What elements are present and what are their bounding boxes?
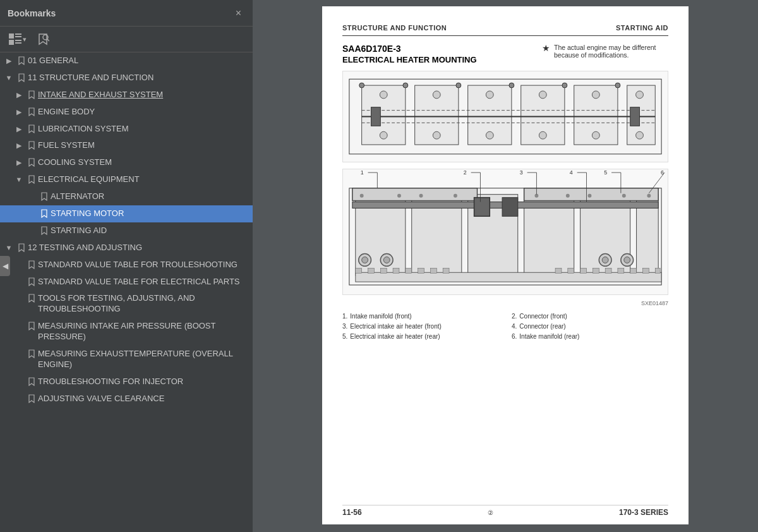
part-number: 4.	[512, 322, 517, 332]
sidebar-item-engine-body[interactable]: ▶ ENGINE BODY	[0, 104, 253, 121]
svg-rect-99	[630, 268, 637, 273]
svg-point-51	[362, 257, 368, 263]
sidebar-item-measuring-exhaust[interactable]: MEASURING EXHAUSTTEMPERATURE (OVERALL EN…	[0, 346, 253, 373]
doc-model-info: SAA6D170E-3 ELECTRICAL HEATER MOUNTING	[342, 44, 477, 67]
diagram-bottom: 1 2 3 4 5	[342, 169, 668, 295]
bookmark-icon	[38, 191, 51, 201]
view-icon	[9, 33, 21, 45]
svg-point-30	[592, 91, 599, 99]
svg-point-31	[636, 91, 644, 99]
part-label: Connector (rear)	[519, 322, 565, 332]
svg-point-63	[566, 194, 570, 198]
doc-header-topic: STARTING AID	[616, 24, 668, 32]
part-label: Intake manifold (front)	[350, 311, 411, 322]
svg-point-61	[454, 194, 457, 198]
sidebar-item-troubleshooting-injector[interactable]: TROUBLESHOOTING FOR INJECTOR	[0, 373, 253, 390]
sidebar-item-adjusting-valve[interactable]: ADJUSTING VALVE CLEARANCE	[0, 390, 253, 408]
expand-arrow: ▶	[13, 107, 25, 116]
sidebar-item-measuring-intake[interactable]: MEASURING INTAKE AIR PRESSURE (BOOST PRE…	[0, 318, 253, 346]
sidebar-item-std-val-trouble[interactable]: STANDARD VALUE TABLE FOR TROULESHOOTING	[0, 257, 253, 274]
sidebar-item-cooling-system[interactable]: ▶ COOLING SYSTEM	[0, 154, 253, 171]
bookmark-icon-svg	[28, 349, 35, 358]
engine-bottom-diagram: 1 2 3 4 5	[343, 169, 668, 294]
bookmark-icon	[25, 321, 38, 330]
svg-rect-3	[9, 40, 14, 45]
sidebar-item-electrical-equipment[interactable]: ▼ ELECTRICAL EQUIPMENT	[0, 171, 253, 188]
parts-list-item: 1.Intake manifold (front)	[342, 311, 499, 322]
sidebar-item-starting-aid[interactable]: STARTING AID	[0, 222, 253, 239]
bookmark-icon-svg	[40, 192, 48, 201]
expand-arrow: ▶	[13, 158, 25, 167]
expand-arrow: ▶	[13, 90, 25, 99]
find-bookmark-icon	[37, 33, 49, 45]
diagram-top-container	[342, 71, 668, 162]
svg-rect-86	[368, 268, 375, 273]
doc-header-section: STRUCTURE AND FUNCTION	[342, 24, 447, 32]
parts-list-item: 4.Connector (rear)	[512, 322, 668, 332]
sidebar-item-tools-testing[interactable]: TOOLS FOR TESTING, ADJUSTING, AND TROUBL…	[0, 290, 253, 318]
bookmark-icon-svg	[28, 90, 35, 99]
svg-rect-45	[352, 188, 478, 201]
doc-footer-page: 11-56	[342, 508, 362, 517]
part-label: Electrical intake air heater (front)	[350, 322, 442, 332]
svg-rect-84	[356, 272, 661, 282]
find-bookmark-button[interactable]	[34, 30, 52, 48]
bookmark-icon-svg	[28, 294, 35, 303]
close-button[interactable]: ×	[232, 6, 245, 20]
expand-arrow: ▼	[13, 175, 25, 184]
bookmark-icon-svg	[18, 243, 25, 252]
sidebar-item-fuel-system[interactable]: ▶ FUEL SYSTEM	[0, 137, 253, 154]
diagram-code: SXE01487	[342, 300, 668, 306]
bookmark-icon-svg	[40, 226, 48, 235]
part-number: 2.	[512, 311, 517, 322]
bookmark-icon-svg	[28, 124, 35, 133]
sidebar-item-alternator[interactable]: ALTERNATOR	[0, 188, 253, 205]
bookmark-icon	[25, 140, 38, 150]
view-options-button[interactable]: ▾	[6, 31, 29, 47]
svg-point-35	[539, 131, 546, 139]
sidebar-item-intake-exhaust[interactable]: ▶ INTAKE AND EXHAUST SYSTEM	[0, 87, 253, 104]
svg-point-60	[419, 194, 423, 198]
sidebar-item-12-testing[interactable]: ▼ 12 TESTING AND ADJUSTING	[0, 239, 253, 257]
sidebar-item-label: ELECTRICAL EQUIPMENT	[38, 174, 248, 185]
sidebar-item-starting-motor[interactable]: STARTING MOTOR	[0, 205, 253, 222]
svg-rect-2	[15, 36, 21, 37]
svg-rect-48	[474, 198, 490, 217]
sidebar-item-label: ADJUSTING VALVE CLEARANCE	[38, 394, 248, 404]
doc-subtitle: ELECTRICAL HEATER MOUNTING	[342, 55, 477, 64]
svg-point-18	[509, 83, 514, 88]
svg-rect-96	[593, 268, 599, 273]
dropdown-arrow: ▾	[23, 35, 27, 44]
svg-rect-49	[502, 198, 518, 217]
parts-list-item: 6.Intake manifold (rear)	[512, 332, 668, 342]
part-number: 3.	[342, 322, 347, 332]
bookmark-icon	[25, 293, 38, 303]
diagram-top	[342, 71, 668, 162]
sidebar-content: ▶ 01 GENERAL▼ 11 STRUCTURE AND FUNCTION▶…	[0, 52, 253, 532]
svg-point-36	[592, 131, 599, 139]
svg-point-33	[433, 131, 440, 139]
sidebar-item-01-general[interactable]: ▶ 01 GENERAL	[0, 52, 253, 70]
svg-rect-89	[406, 268, 412, 273]
svg-text:1: 1	[361, 169, 364, 176]
diagram-bottom-container: 1 2 3 4 5	[342, 169, 668, 295]
svg-rect-90	[418, 268, 424, 273]
sidebar-item-label: STANDARD VALUE TABLE FOR ELECTRICAL PART…	[38, 277, 248, 287]
svg-point-6	[43, 35, 48, 40]
sidebar-item-lubrication[interactable]: ▶ LUBRICATION SYSTEM	[0, 121, 253, 138]
expand-arrow: ▶	[3, 56, 15, 65]
svg-point-27	[433, 91, 440, 99]
bookmark-icon-svg	[28, 158, 35, 167]
svg-point-17	[456, 83, 461, 88]
bookmark-icon-svg	[28, 377, 35, 386]
bookmark-icon-svg	[28, 107, 35, 116]
svg-point-64	[587, 194, 591, 198]
svg-point-58	[360, 194, 364, 198]
sidebar-item-11-structure[interactable]: ▼ 11 STRUCTURE AND FUNCTION	[0, 70, 253, 87]
sidebar-item-std-val-electrical[interactable]: STANDARD VALUE TABLE FOR ELECTRICAL PART…	[0, 274, 253, 291]
doc-note-star: ★	[542, 44, 550, 52]
bookmark-icon-svg	[28, 322, 35, 330]
bookmark-icon	[15, 243, 28, 252]
svg-text:4: 4	[570, 169, 573, 176]
collapse-panel-button[interactable]: ◀	[0, 256, 10, 276]
